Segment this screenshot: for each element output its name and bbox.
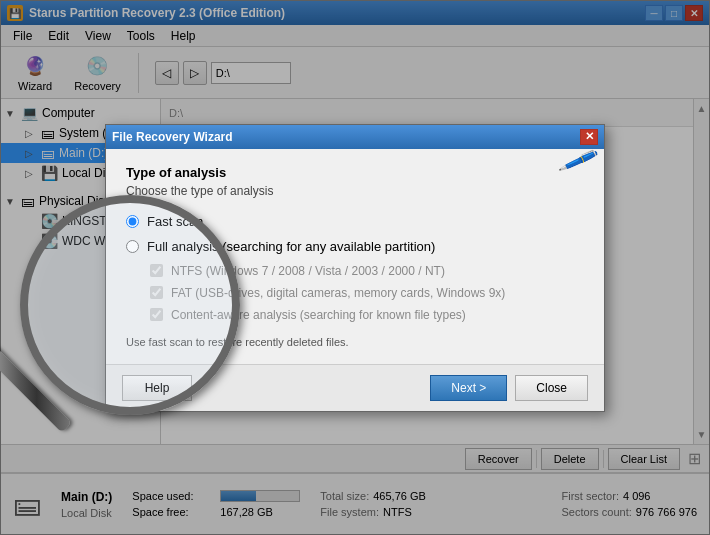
- full-analysis-radio[interactable]: [126, 240, 139, 253]
- main-window: 💾 Starus Partition Recovery 2.3 (Office …: [0, 0, 710, 535]
- fat-option[interactable]: FAT (USB-drives, digital cameras, memory…: [126, 286, 584, 300]
- close-dialog-button[interactable]: Close: [515, 375, 588, 401]
- content-aware-label: Content-aware analysis (searching for kn…: [171, 308, 466, 322]
- fat-checkbox[interactable]: [150, 286, 163, 299]
- dialog-body: 🖊️ Type of analysis Choose the type of a…: [106, 149, 604, 364]
- dialog-section-sub: Choose the type of analysis: [126, 184, 584, 198]
- dialog-close-icon-button[interactable]: ✕: [580, 129, 598, 145]
- dialog-hint: Use fast scan to restore recently delete…: [126, 336, 584, 348]
- next-button[interactable]: Next >: [430, 375, 507, 401]
- footer-actions: Next > Close: [430, 375, 588, 401]
- fast-scan-label: Fast scan: [147, 214, 203, 229]
- dialog-title: File Recovery Wizard: [112, 130, 233, 144]
- ntfs-checkbox[interactable]: [150, 264, 163, 277]
- fast-scan-radio[interactable]: [126, 215, 139, 228]
- help-button[interactable]: Help: [122, 375, 192, 401]
- content-aware-option[interactable]: Content-aware analysis (searching for kn…: [126, 308, 584, 322]
- dialog-overlay: File Recovery Wizard ✕ 🖊️ Type of analys…: [0, 0, 710, 535]
- fast-scan-option[interactable]: Fast scan: [126, 214, 584, 229]
- fat-label: FAT (USB-drives, digital cameras, memory…: [171, 286, 505, 300]
- full-analysis-option[interactable]: Full analysis (searching for any availab…: [126, 239, 584, 254]
- dialog-footer: Help Next > Close: [106, 364, 604, 411]
- ntfs-label: NTFS (Windows 7 / 2008 / Vista / 2003 / …: [171, 264, 445, 278]
- dialog-title-bar: File Recovery Wizard ✕: [106, 125, 604, 149]
- content-aware-checkbox[interactable]: [150, 308, 163, 321]
- dialog-title-controls: ✕: [580, 129, 598, 145]
- ntfs-option[interactable]: NTFS (Windows 7 / 2008 / Vista / 2003 / …: [126, 264, 584, 278]
- file-recovery-dialog: File Recovery Wizard ✕ 🖊️ Type of analys…: [105, 124, 605, 412]
- full-analysis-label: Full analysis (searching for any availab…: [147, 239, 435, 254]
- dialog-section-title: Type of analysis: [126, 165, 584, 180]
